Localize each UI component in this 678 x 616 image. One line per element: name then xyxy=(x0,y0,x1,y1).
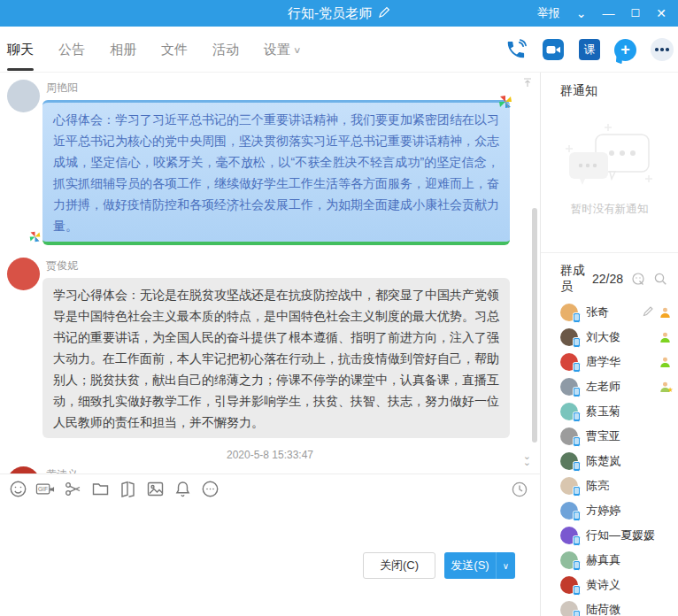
member-row[interactable]: 刘大俊 xyxy=(541,325,678,350)
mobile-online-badge xyxy=(573,337,581,348)
more-icon[interactable] xyxy=(651,38,674,61)
avatar xyxy=(560,328,578,346)
timestamp: 2020-5-8 15:33:47 xyxy=(0,449,540,461)
member-list: 张奇 刘大俊 唐学华 xyxy=(541,300,678,616)
mobile-online-badge xyxy=(573,312,581,323)
mobile-online-badge xyxy=(573,362,581,373)
maximize-button[interactable]: ☐ xyxy=(623,0,649,27)
gif-icon[interactable]: GIF xyxy=(35,480,55,499)
members-count: 22/28 xyxy=(592,272,623,286)
avatar xyxy=(560,551,578,569)
sender-name: 黄诗义 xyxy=(42,465,513,474)
sender-name: 周艳阳 xyxy=(42,78,513,100)
notice-empty-text: 暂时没有新通知 xyxy=(541,202,678,217)
members-header: 群成员 22/28 xyxy=(541,253,678,300)
chat-column: 周艳阳 心得体会：学习了习近平总书记的三个重要讲话精神，我们要更加紧密团结在以习… xyxy=(0,27,540,616)
anonymous-icon[interactable] xyxy=(631,272,645,286)
bell-icon[interactable] xyxy=(173,480,192,499)
mobile-online-badge xyxy=(573,610,581,616)
window-title: 行知-党员老师 xyxy=(288,5,372,22)
avatar[interactable] xyxy=(7,466,40,474)
group-sidebar: 群通知 暂时没有新通知 群成员 22/28 xyxy=(540,73,678,616)
group-owner-icon xyxy=(659,307,671,319)
members-label: 群成员 xyxy=(560,263,588,295)
avatar xyxy=(560,502,578,520)
member-row[interactable]: 黄诗义 xyxy=(541,573,678,597)
sender-name: 贾俊妮 xyxy=(42,256,513,278)
course-icon[interactable]: 课 xyxy=(579,39,600,60)
avatar xyxy=(560,477,578,495)
member-row[interactable]: 陆荷微 xyxy=(541,597,678,616)
empty-notifications-illustration xyxy=(559,119,661,198)
history-clock-icon[interactable] xyxy=(510,480,529,499)
chat-message: 周艳阳 心得体会：学习了习近平总书记的三个重要讲话精神，我们要更加紧密团结在以习… xyxy=(0,78,540,245)
avatar xyxy=(560,403,578,420)
member-row[interactable]: 陈亮 xyxy=(541,474,678,498)
screenshot-scissors-icon[interactable] xyxy=(63,480,82,499)
shake-window-icon[interactable] xyxy=(118,480,137,499)
avatar xyxy=(560,378,578,396)
message-bubble[interactable]: 学习心得体会：无论是在脱贫攻坚战还是在抗疫防控战中，都突显了中国共产党领导是中国… xyxy=(42,278,510,438)
avatar xyxy=(560,576,578,594)
mobile-online-badge xyxy=(573,585,581,596)
mobile-online-badge xyxy=(573,560,581,571)
minimize-button[interactable]: — xyxy=(595,0,623,27)
mobile-online-badge xyxy=(573,535,581,546)
message-bubble[interactable]: 心得体会：学习了习近平总书记的三个重要讲话精神，我们要更加紧密团结在以习近平总书… xyxy=(42,100,510,245)
avatar xyxy=(560,601,578,616)
avatar xyxy=(560,527,578,544)
avatar xyxy=(560,427,578,445)
close-chat-button[interactable]: 关闭(C) xyxy=(363,552,435,579)
member-row[interactable]: 曹宝亚 xyxy=(541,424,678,449)
scroll-top-icon[interactable] xyxy=(522,75,533,91)
send-button[interactable]: 发送(S) xyxy=(444,552,496,579)
add-icon[interactable]: + xyxy=(614,39,636,61)
group-admin-icon xyxy=(659,332,671,343)
avatar[interactable] xyxy=(7,80,40,112)
footer-buttons: 关闭(C) 发送(S) ∨ xyxy=(0,552,540,579)
pinwheel-decoration-icon xyxy=(28,228,42,250)
member-row[interactable]: 张奇 xyxy=(541,300,678,325)
more-tools-icon[interactable] xyxy=(200,480,220,499)
avatar[interactable] xyxy=(7,258,40,290)
mobile-online-badge xyxy=(573,461,581,472)
avatar xyxy=(560,304,578,321)
titlebar: 行知-党员老师 举报 ⌄ — ☐ ✕ xyxy=(0,0,678,27)
avatar xyxy=(560,353,578,371)
edit-title-icon[interactable] xyxy=(378,6,390,21)
search-icon[interactable] xyxy=(653,272,667,286)
group-admin-icon xyxy=(659,357,671,368)
member-row[interactable]: 陈楚岚 xyxy=(541,449,678,474)
member-row[interactable]: 左老师 ★ xyxy=(541,374,678,399)
member-star-icon: ★ xyxy=(659,381,671,393)
pinwheel-decoration-icon xyxy=(497,94,513,116)
mobile-online-badge xyxy=(573,436,581,447)
chat-scrollbar[interactable] xyxy=(532,208,537,443)
close-button[interactable]: ✕ xyxy=(648,0,674,27)
mobile-online-badge xyxy=(573,486,581,497)
typing-pencil-icon xyxy=(643,304,654,320)
report-button[interactable]: 举报 xyxy=(529,0,568,27)
send-button-group: 发送(S) ∨ xyxy=(444,552,515,579)
avatar xyxy=(560,452,578,470)
image-icon[interactable] xyxy=(145,480,165,499)
member-row[interactable]: 方婷婷 xyxy=(541,498,678,523)
chat-message: 贾俊妮 学习心得体会：无论是在脱贫攻坚战还是在抗疫防控战中，都突显了中国共产党领… xyxy=(0,256,540,438)
member-row[interactable]: 行知—夏媛媛 xyxy=(541,523,678,548)
svg-text:GIF: GIF xyxy=(38,486,48,492)
file-folder-icon[interactable] xyxy=(90,480,110,499)
send-options-dropdown[interactable]: ∨ xyxy=(496,552,515,579)
composer-toolbar: GIF xyxy=(0,474,540,504)
mobile-online-badge xyxy=(573,511,581,521)
member-row[interactable]: 赫真真 xyxy=(541,548,678,573)
group-chat-window: 行知-党员老师 举报 ⌄ — ☐ ✕ 聊天 公告 相册 文件 活动 设置∨ xyxy=(0,0,678,616)
message-list[interactable]: 周艳阳 心得体会：学习了习近平总书记的三个重要讲话精神，我们要更加紧密团结在以习… xyxy=(0,73,540,474)
member-row[interactable]: 蔡玉菊 xyxy=(541,399,678,424)
chevron-down-icon[interactable]: ⌄ xyxy=(568,0,595,27)
video-call-icon[interactable] xyxy=(542,38,565,61)
chat-message: 黄诗义 学习心得：通过“三个以案”警示教育，受警醒、知敬畏、明戒惧。腐败现象就发… xyxy=(0,465,540,474)
emoji-icon[interactable] xyxy=(8,480,27,499)
member-row[interactable]: 唐学华 xyxy=(541,350,678,374)
jump-latest-icon[interactable]: ⌄⌄ xyxy=(523,453,531,466)
mobile-online-badge xyxy=(573,412,581,422)
